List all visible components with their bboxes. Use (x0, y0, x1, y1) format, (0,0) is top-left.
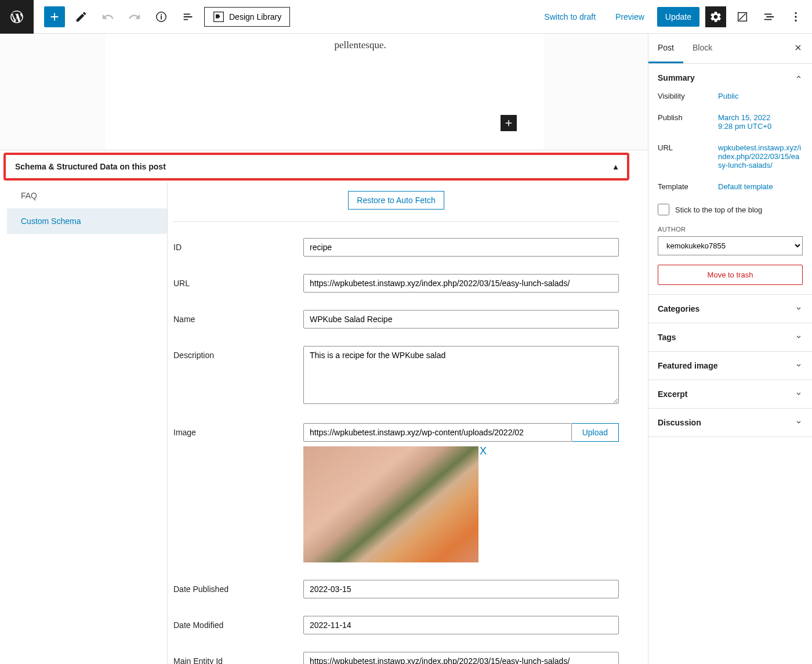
id-label: ID (173, 238, 303, 252)
post-content-text[interactable]: pellentesque. (335, 39, 543, 51)
summary-panel: Summary VisibilityPublic PublishMarch 15… (648, 64, 812, 295)
entity-input[interactable] (303, 652, 619, 664)
svg-point-3 (795, 16, 796, 17)
remove-image-button[interactable]: X (480, 445, 487, 457)
stack-icon (763, 10, 775, 23)
stick-checkbox[interactable] (658, 204, 669, 215)
schema-metabox: Schema & Structured Data on this post ▴ … (0, 150, 648, 664)
add-block-button[interactable] (44, 6, 65, 27)
settings-sidebar: Post Block Summary VisibilityPublic Publ… (648, 34, 812, 664)
categories-panel[interactable]: Categories (648, 295, 812, 323)
library-icon (213, 11, 224, 23)
design-library-label: Design Library (229, 12, 281, 21)
toolbar-left: Design Library (6, 0, 290, 34)
sp-button[interactable] (759, 6, 780, 27)
description-textarea[interactable] (303, 346, 619, 404)
settings-toggle[interactable] (705, 6, 726, 27)
id-input[interactable] (303, 238, 619, 257)
image-label: Image (173, 423, 303, 437)
redo-icon (128, 10, 141, 23)
sidebar-tabs: Post Block (648, 34, 812, 64)
entity-label: Main Entity Id (173, 652, 303, 664)
discussion-panel[interactable]: Discussion (648, 409, 812, 436)
date-published-input[interactable] (303, 580, 619, 598)
svg-point-4 (795, 19, 796, 21)
template-value[interactable]: Default template (718, 182, 803, 191)
publish-value[interactable]: March 15, 20229:28 pm UTC+0 (718, 113, 803, 131)
restore-row: Restore to Auto Fetch (173, 191, 619, 210)
move-to-trash-button[interactable]: Move to trash (658, 265, 803, 285)
url-input[interactable] (303, 274, 619, 293)
excerpt-panel[interactable]: Excerpt (648, 380, 812, 408)
info-icon (155, 10, 168, 23)
name-input[interactable] (303, 310, 619, 329)
date-modified-label: Date Modified (173, 616, 303, 630)
update-button[interactable]: Update (657, 7, 699, 27)
edit-button[interactable] (71, 6, 92, 27)
tab-post[interactable]: Post (648, 34, 683, 63)
wordpress-logo[interactable] (0, 0, 34, 34)
append-block-button[interactable] (501, 115, 517, 131)
summary-header[interactable]: Summary (648, 64, 812, 92)
collapse-icon: ▴ (614, 162, 618, 171)
image-preview: X (303, 446, 478, 562)
date-published-label: Date Published (173, 580, 303, 594)
url-label: URL (658, 143, 718, 169)
redo-button[interactable] (124, 6, 145, 27)
jetpack-button[interactable] (732, 6, 753, 27)
featured-image-panel[interactable]: Featured image (648, 352, 812, 380)
visibility-value[interactable]: Public (718, 92, 803, 100)
divider (173, 221, 619, 222)
schema-tab-custom[interactable]: Custom Schema (7, 208, 167, 234)
stick-row: Stick to the top of the blog (658, 204, 803, 215)
design-library-button[interactable]: Design Library (204, 7, 290, 27)
document-outline-button[interactable] (177, 6, 198, 27)
chevron-up-icon (795, 73, 803, 81)
upload-button[interactable]: Upload (572, 423, 619, 442)
top-toolbar: Design Library Switch to draft Preview U… (0, 0, 812, 34)
close-sidebar-button[interactable] (784, 34, 812, 63)
toolbar-right: Switch to draft Preview Update (537, 6, 806, 27)
preview-button[interactable]: Preview (608, 8, 651, 26)
list-icon (182, 10, 194, 23)
visibility-label: Visibility (658, 92, 718, 100)
date-modified-input[interactable] (303, 616, 619, 634)
switch-to-draft-button[interactable]: Switch to draft (537, 8, 603, 26)
plus-icon (48, 10, 61, 23)
schema-metabox-header[interactable]: Schema & Structured Data on this post ▴ (3, 153, 629, 181)
author-select[interactable]: kemokukeko7855 (658, 236, 803, 255)
template-label: Template (658, 182, 718, 191)
plus-icon (503, 118, 514, 128)
main: pellentesque. Schema & Structured Data o… (0, 34, 812, 664)
schema-content: Restore to Auto Fetch ID URL Name Descri… (167, 183, 648, 664)
chevron-down-icon (795, 333, 803, 341)
gear-icon (709, 10, 722, 23)
chevron-down-icon (795, 361, 803, 369)
svg-point-2 (795, 12, 796, 13)
schema-sidebar: FAQ Custom Schema (0, 183, 167, 664)
details-button[interactable] (151, 6, 172, 27)
summary-title: Summary (658, 73, 695, 82)
schema-tab-faq[interactable]: FAQ (7, 183, 167, 208)
image-input[interactable] (303, 423, 572, 442)
chevron-down-icon (795, 389, 803, 398)
tags-panel[interactable]: Tags (648, 323, 812, 351)
more-menu-button[interactable] (785, 6, 806, 27)
schema-title: Schema & Structured Data on this post (15, 162, 166, 171)
author-label: AUTHOR (658, 226, 803, 233)
stick-label: Stick to the top of the blog (675, 205, 762, 214)
url-label: URL (173, 274, 303, 288)
name-label: Name (173, 310, 303, 324)
rect-icon (736, 10, 749, 23)
publish-label: Publish (658, 113, 718, 131)
undo-button[interactable] (97, 6, 118, 27)
restore-button[interactable]: Restore to Auto Fetch (348, 191, 444, 210)
summary-body: VisibilityPublic PublishMarch 15, 20229:… (648, 92, 812, 294)
undo-icon (102, 10, 114, 23)
desc-label: Description (173, 346, 303, 360)
more-icon (789, 10, 802, 23)
url-value[interactable]: wpkubetest.instawp.xyz/index.php/2022/03… (718, 143, 803, 169)
close-icon (793, 43, 803, 52)
content-preview: pellentesque. (105, 34, 543, 150)
tab-block[interactable]: Block (683, 34, 722, 63)
